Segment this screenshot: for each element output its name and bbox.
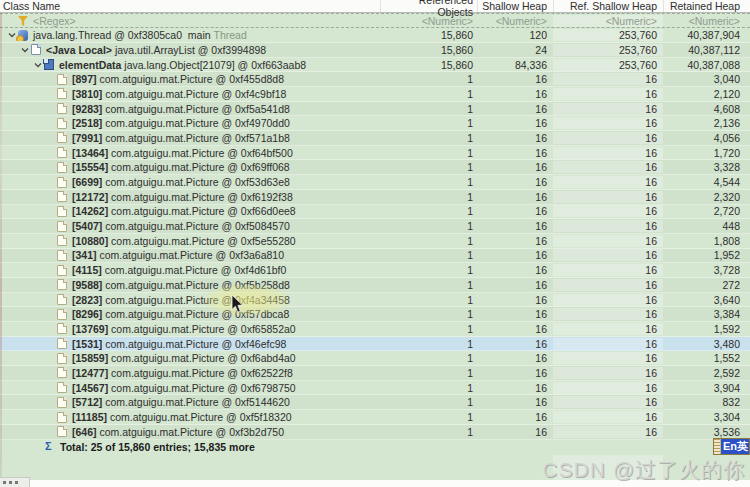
instance-icon	[57, 235, 67, 246]
table-row[interactable]: [15859] com.atguigu.mat.Picture @ 0xf6ab…	[0, 351, 750, 366]
row-label: com.atguigu.mat.Picture @ 0xf571a1b8	[105, 132, 290, 144]
table-row[interactable]: [4115] com.atguigu.mat.Picture @ 0xf4d61…	[0, 263, 750, 278]
row-label: com.atguigu.mat.Picture @ 0xf57dbca8	[105, 308, 289, 320]
row-label-suffix: Thread	[214, 29, 247, 41]
cell-referenced-objects: 1	[380, 382, 477, 394]
table-row[interactable]: [3810] com.atguigu.mat.Picture @ 0xf4c9b…	[0, 87, 750, 102]
cell-referenced-objects: 1	[380, 205, 477, 217]
cell-referenced-objects: 1	[380, 117, 477, 129]
table-row[interactable]: [5712] com.atguigu.mat.Picture @ 0xf5144…	[0, 395, 750, 410]
instance-icon	[57, 426, 67, 437]
total-row[interactable]: Total: 25 of 15,860 entries; 15,835 more	[0, 440, 750, 455]
row-label: com.atguigu.mat.Picture @ 0xf69ff068	[111, 161, 290, 173]
numeric-filter-ref-shallow-heap[interactable]: <Numeric>	[553, 15, 663, 27]
cell-ref-shallow-heap: 16	[553, 235, 663, 247]
instance-icon	[57, 309, 67, 320]
instance-icon	[57, 103, 67, 114]
table-row[interactable]: [14262] com.atguigu.mat.Picture @ 0xf66d…	[0, 205, 750, 220]
row-label-bold: [3810]	[72, 88, 105, 100]
table-row[interactable]: [15554] com.atguigu.mat.Picture @ 0xf69f…	[0, 160, 750, 175]
cell-ref-shallow-heap: 16	[553, 338, 663, 350]
row-label: com.atguigu.mat.Picture @ 0xf6798750	[111, 382, 296, 394]
ime-language-label[interactable]: En英	[721, 439, 749, 454]
cell-referenced-objects: 1	[380, 367, 477, 379]
column-header-retained-heap[interactable]: Retained Heap	[663, 0, 750, 12]
row-label: com.atguigu.mat.Picture @ 0xf53d63e8	[105, 176, 290, 188]
table-row[interactable]: [13464] com.atguigu.mat.Picture @ 0xf64b…	[0, 146, 750, 161]
row-label-bold: [2518]	[72, 117, 105, 129]
cell-referenced-objects: 1	[380, 338, 477, 350]
table-row[interactable]: [2518] com.atguigu.mat.Picture @ 0xf4970…	[0, 116, 750, 131]
row-label: com.atguigu.mat.Picture @ 0xf6abd4a0	[111, 352, 296, 364]
row-label-bold: [5407]	[72, 220, 105, 232]
cell-retained-heap: 2,592	[663, 367, 750, 379]
instance-icon	[57, 367, 67, 378]
numeric-filter-shallow-heap[interactable]: <Numeric>	[477, 15, 553, 27]
column-header-referenced-objects[interactable]: Referenced Objects	[380, 0, 477, 12]
row-label: com.atguigu.mat.Picture @ 0xf4970dd0	[105, 117, 290, 129]
table-row[interactable]: [10880] com.atguigu.mat.Picture @ 0xf5e5…	[0, 234, 750, 249]
total-label: Total: 25 of 15,860 entries; 15,835 more	[60, 441, 255, 453]
row-label-bold: [341]	[72, 249, 99, 261]
table-row[interactable]: [12172] com.atguigu.mat.Picture @ 0xf619…	[0, 190, 750, 205]
instance-icon	[57, 221, 67, 232]
instance-icon	[57, 353, 67, 364]
regex-filter-input[interactable]: <Regex>	[0, 15, 380, 27]
cell-retained-heap: 3,328	[663, 161, 750, 173]
table-row[interactable]: [5407] com.atguigu.mat.Picture @ 0xf5084…	[0, 219, 750, 234]
table-row[interactable]: [12477] com.atguigu.mat.Picture @ 0xf625…	[0, 366, 750, 381]
cell-referenced-objects: 1	[380, 323, 477, 335]
cell-retained-heap: 3,536	[663, 426, 750, 438]
instance-icon	[57, 338, 67, 349]
cell-referenced-objects: 1	[380, 103, 477, 115]
row-label-bold: [15859]	[72, 352, 111, 364]
row-java-local-arraylist[interactable]: <Java Local> java.util.ArrayList @ 0xf39…	[0, 43, 750, 58]
row-thread-main[interactable]: java.lang.Thread @ 0xf3805ca0 main Threa…	[0, 28, 750, 43]
table-row[interactable]: [7991] com.atguigu.mat.Picture @ 0xf571a…	[0, 131, 750, 146]
ime-grip-icon[interactable]	[714, 439, 721, 454]
table-row[interactable]: [2823] com.atguigu.mat.Picture @ 0xf4a34…	[0, 293, 750, 308]
cell-shallow-heap: 16	[477, 426, 553, 438]
column-header-shallow-heap[interactable]: Shallow Heap	[477, 0, 553, 12]
cell-referenced-objects: 15,860	[380, 44, 477, 56]
cell-shallow-heap: 16	[477, 220, 553, 232]
row-label-bold: [646]	[72, 426, 99, 438]
cell-shallow-heap: 16	[477, 205, 553, 217]
cell-retained-heap: 2,136	[663, 117, 750, 129]
row-label: com.atguigu.mat.Picture @ 0xf65852a0	[111, 323, 296, 335]
table-row[interactable]: [14567] com.atguigu.mat.Picture @ 0xf679…	[0, 381, 750, 396]
cell-ref-shallow-heap: 16	[553, 147, 663, 159]
cell-ref-shallow-heap: 16	[553, 191, 663, 203]
row-label: com.atguigu.mat.Picture @ 0xf3b2d750	[99, 426, 284, 438]
cell-ref-shallow-heap: 16	[553, 323, 663, 335]
instance-icon	[57, 177, 67, 188]
table-row[interactable]: [8296] com.atguigu.mat.Picture @ 0xf57db…	[0, 307, 750, 322]
instance-icon	[57, 206, 67, 217]
csdn-watermark: CSDN @过了火的你	[542, 456, 745, 484]
cell-referenced-objects: 1	[380, 308, 477, 320]
table-row[interactable]: [9588] com.atguigu.mat.Picture @ 0xf5b25…	[0, 278, 750, 293]
table-row[interactable]: [897] com.atguigu.mat.Picture @ 0xf455d8…	[0, 72, 750, 87]
chevron-down-icon[interactable]	[19, 46, 31, 54]
row-label-bold: [897]	[72, 73, 99, 85]
table-row[interactable]: [6699] com.atguigu.mat.Picture @ 0xf53d6…	[0, 175, 750, 190]
row-picture-1531-selected[interactable]: [1531] com.atguigu.mat.Picture @ 0xf46ef…	[0, 337, 750, 352]
table-row[interactable]: [13769] com.atguigu.mat.Picture @ 0xf658…	[0, 322, 750, 337]
ime-language-bar[interactable]: En英	[713, 438, 750, 455]
table-row[interactable]: [9283] com.atguigu.mat.Picture @ 0xf5a54…	[0, 102, 750, 117]
cell-shallow-heap: 24	[477, 44, 553, 56]
cell-shallow-heap: 16	[477, 338, 553, 350]
column-header-ref-shallow-heap[interactable]: Ref. Shallow Heap	[553, 0, 663, 12]
numeric-filter-retained-heap[interactable]: <Numeric>	[663, 15, 750, 27]
array-icon	[44, 59, 54, 70]
table-header: Class Name Referenced Objects Shallow He…	[0, 0, 750, 13]
instance-icon	[57, 279, 67, 290]
table-row[interactable]: [11185] com.atguigu.mat.Picture @ 0xf5f1…	[0, 410, 750, 425]
bottom-left-partial-window	[0, 477, 30, 487]
table-row[interactable]: [341] com.atguigu.mat.Picture @ 0xf3a6a8…	[0, 249, 750, 264]
table-row[interactable]: [646] com.atguigu.mat.Picture @ 0xf3b2d7…	[0, 425, 750, 440]
row-elementdata[interactable]: elementData java.lang.Object[21079] @ 0x…	[0, 58, 750, 73]
cell-referenced-objects: 1	[380, 426, 477, 438]
row-label: com.atguigu.mat.Picture @ 0xf5e55280	[111, 235, 296, 247]
column-header-class-name[interactable]: Class Name	[0, 0, 380, 12]
